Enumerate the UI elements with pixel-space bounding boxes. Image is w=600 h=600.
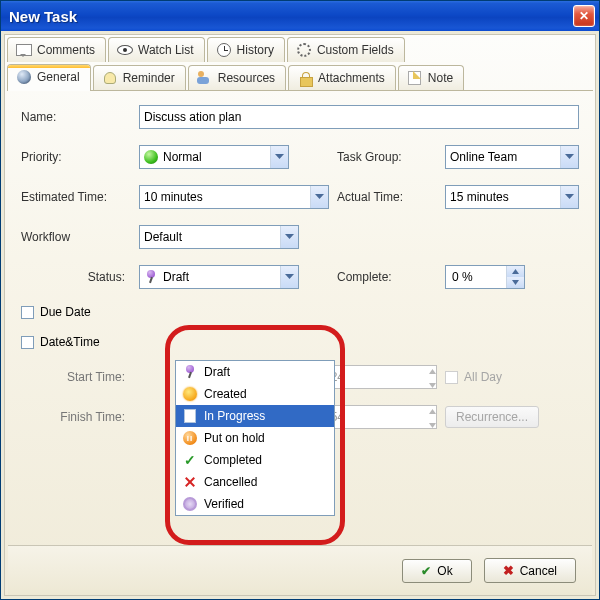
name-input[interactable]: Discuss ation plan [139,105,579,129]
allday-label: All Day [464,370,502,384]
window-title: New Task [9,8,77,25]
tab-label: History [237,43,274,57]
taskgroup-label: Task Group: [337,150,437,164]
status-option-completed[interactable]: ✓Completed [176,449,334,471]
tab-label: Custom Fields [317,43,394,57]
tab-label: Watch List [138,43,194,57]
note-icon [407,70,423,86]
xred-icon [182,474,198,490]
status-option-inprogress[interactable]: In Progress [176,405,334,427]
spinner-down-icon[interactable] [506,277,524,288]
tab-label: Resources [218,71,275,85]
tab-comments[interactable]: Comments [7,37,106,62]
complete-spinner[interactable]: 0 % [445,265,525,289]
acttime-combo[interactable]: 15 minutes [445,185,579,209]
cancel-button[interactable]: ✖ Cancel [484,558,576,583]
workflow-combo[interactable]: Default [139,225,299,249]
status-combo[interactable]: Draft [139,265,299,289]
dd-label: In Progress [204,409,265,423]
dd-label: Draft [204,365,230,379]
chevron-down-icon[interactable] [270,146,288,168]
chevron-down-icon[interactable] [560,186,578,208]
dialog-window: New Task ✕ Comments Watch List History C… [0,0,600,600]
workflow-label: Workflow [21,230,131,244]
close-icon: ✕ [579,9,589,23]
tab-attachments[interactable]: Attachments [288,65,396,90]
starttime-label: Start Time: [21,370,131,384]
tab-label: Comments [37,43,95,57]
esttime-value: 10 minutes [144,190,203,204]
acttime-value: 15 minutes [450,190,509,204]
ok-label: Ok [437,564,452,578]
status-option-draft[interactable]: Draft [176,361,334,383]
people-icon [197,70,213,86]
complete-value: 0 % [446,270,506,284]
duedate-checkbox[interactable] [21,306,34,319]
status-value: Draft [163,270,189,284]
spiral-icon [182,496,198,512]
complete-label: Complete: [337,270,437,284]
tab-watchlist[interactable]: Watch List [108,37,205,62]
tab-general[interactable]: General [7,64,91,91]
pin-purple-icon [182,364,198,380]
chevron-down-icon[interactable] [280,266,298,288]
esttime-combo[interactable]: 10 minutes [139,185,329,209]
esttime-label: Estimated Time: [21,190,131,204]
tab-resources[interactable]: Resources [188,65,286,90]
sphere-icon [16,69,32,85]
tab-note[interactable]: Note [398,65,464,90]
gear-icon [296,42,312,58]
datetime-checkbox[interactable] [21,336,34,349]
tab-row-bottom: General Reminder Resources Attachments N… [7,64,593,90]
tab-label: Note [428,71,453,85]
close-button[interactable]: ✕ [573,5,595,27]
dd-label: Put on hold [204,431,265,445]
spinner-up-icon[interactable] [429,363,436,377]
status-option-cancelled[interactable]: Cancelled [176,471,334,493]
status-option-created[interactable]: Created [176,383,334,405]
status-option-putonhold[interactable]: IIPut on hold [176,427,334,449]
status-label: Status: [21,270,131,284]
chevron-down-icon[interactable] [560,146,578,168]
status-option-verified[interactable]: Verified [176,493,334,515]
status-dropdown[interactable]: Draft Created In Progress IIPut on hold … [175,360,335,516]
duedate-label: Due Date [40,305,91,319]
tab-label: Reminder [123,71,175,85]
recurrence-button[interactable]: Recurrence... [445,406,539,428]
taskgroup-value: Online Team [450,150,517,164]
dd-label: Verified [204,497,244,511]
dd-label: Created [204,387,247,401]
tab-reminder[interactable]: Reminder [93,65,186,90]
dialog-footer: ✔ Ok ✖ Cancel [8,545,592,595]
spinner-up-icon[interactable] [429,403,436,417]
name-label: Name: [21,110,131,124]
pause-icon: II [182,430,198,446]
ok-button[interactable]: ✔ Ok [402,559,471,583]
tab-label: General [37,70,80,84]
finishtime-label: Finish Time: [21,410,131,424]
priority-label: Priority: [21,150,131,164]
tab-history[interactable]: History [207,37,285,62]
tab-row-top: Comments Watch List History Custom Field… [7,37,593,62]
check-icon: ✔ [421,564,431,578]
acttime-label: Actual Time: [337,190,437,204]
chevron-down-icon[interactable] [310,186,328,208]
name-value: Discuss ation plan [144,110,241,124]
allday-checkbox[interactable] [445,371,458,384]
tab-customfields[interactable]: Custom Fields [287,37,405,62]
lock-icon [297,70,313,86]
title-bar: New Task ✕ [1,1,599,31]
priority-combo[interactable]: Normal [139,145,289,169]
cancel-label: Cancel [520,564,557,578]
clock-icon [216,42,232,58]
pin-purple-icon [144,270,158,284]
spinner-up-icon[interactable] [506,266,524,277]
dd-label: Cancelled [204,475,257,489]
taskgroup-combo[interactable]: Online Team [445,145,579,169]
spinner-down-icon[interactable] [429,417,436,431]
spinner-down-icon[interactable] [429,377,436,391]
page-icon [182,408,198,424]
tab-rows: Comments Watch List History Custom Field… [5,37,595,90]
cancel-icon: ✖ [503,563,514,578]
chevron-down-icon[interactable] [280,226,298,248]
